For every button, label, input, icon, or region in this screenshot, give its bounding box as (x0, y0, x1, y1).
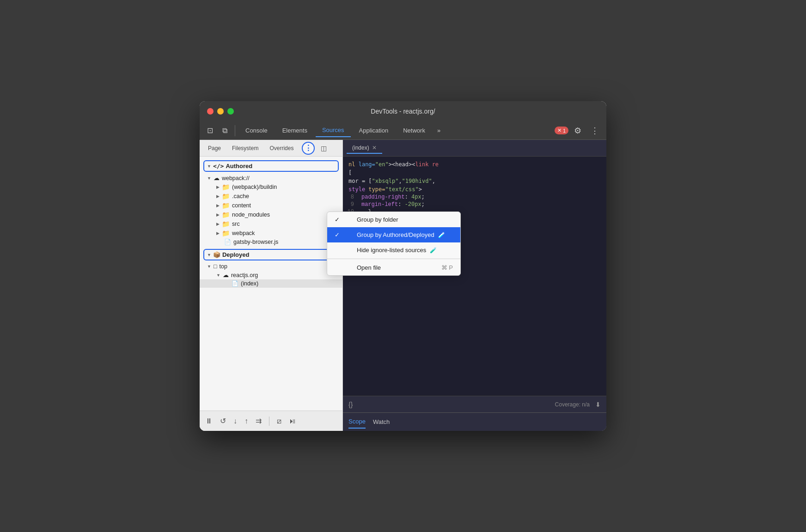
step-into-button[interactable]: ↓ (233, 417, 237, 425)
code-str-css: "text/css" (385, 186, 418, 193)
code-line-9: 9 margin-left: -20px; (343, 201, 606, 208)
top-item[interactable]: ▼ □ top (200, 262, 342, 271)
device-icon[interactable]: ⧉ (219, 125, 231, 137)
content-label: content (232, 202, 251, 209)
webpack-item[interactable]: ▼ ☁ webpack:// (200, 174, 342, 182)
menu-label-group-authored: Group by Authored/Deployed (357, 231, 434, 238)
webpack-folder-item[interactable]: ▶ 📁 webpack (200, 229, 342, 238)
menu-item-hide-ignore[interactable]: Hide ignore-listed sources 🧪 (327, 242, 460, 258)
deployed-label: Deployed (222, 251, 250, 258)
kebab-icon[interactable]: ⋮ (587, 124, 603, 138)
index-item[interactable]: 📄 (index) (200, 279, 342, 288)
cloud-icon-reactjs: ☁ (223, 272, 229, 278)
menu-item-group-by-authored[interactable]: ✓ Group by Authored/Deployed 🧪 (327, 227, 460, 242)
tab-elements[interactable]: Elements (276, 124, 314, 137)
three-dots-menu-button[interactable]: ⋮ (302, 142, 315, 155)
editor-tab-bar: (index) ✕ (343, 140, 606, 157)
src-chevron: ▶ (216, 222, 220, 226)
inspect-icon[interactable]: ⊡ (203, 124, 217, 137)
step-back-button[interactable]: ↺ (220, 417, 226, 425)
line-content-9: margin-left: -20px; (361, 201, 606, 208)
code-attr: nl (348, 161, 359, 168)
step-out-button[interactable]: ↑ (244, 417, 248, 425)
top-label: top (219, 263, 227, 270)
traffic-lights (207, 108, 234, 115)
watch-tab[interactable]: Watch (373, 416, 390, 428)
menu-label-group-folder: Group by folder (357, 216, 398, 223)
toolbar-divider (235, 125, 235, 136)
top-chevron: ▼ (207, 264, 211, 269)
code-kw-style: style (348, 186, 368, 193)
reactjs-label: reactjs.org (231, 272, 258, 278)
tab-sources[interactable]: Sources (316, 124, 351, 137)
sidebar-toggle-button[interactable]: ◫ (318, 142, 330, 154)
pause-button[interactable]: ⏸ (205, 417, 213, 425)
cloud-icon: ☁ (214, 175, 220, 181)
subtab-filesystem[interactable]: Filesystem (227, 143, 263, 153)
reactjs-chevron: ▼ (216, 273, 220, 278)
file-icon-gatsby: 📄 (224, 239, 231, 245)
subtab-overrides[interactable]: Overrides (265, 143, 298, 153)
gear-icon[interactable]: ⚙ (570, 124, 585, 138)
tab-network[interactable]: Network (397, 124, 432, 137)
pause-exceptions-button[interactable]: ⏯ (289, 417, 296, 425)
menu-item-open-file[interactable]: Open file ⌘ P (327, 260, 460, 275)
minimize-button[interactable] (217, 108, 224, 115)
authored-section-header[interactable]: ▼ </> Authored (203, 160, 339, 172)
node-modules-item[interactable]: ▶ 📁 node_modules (200, 210, 342, 219)
content-item[interactable]: ▶ 📁 content (200, 201, 342, 210)
step-over-button[interactable]: ⇉ (256, 417, 262, 425)
gatsby-label: gatsby-browser.js (233, 239, 278, 245)
code-var: mor = [ (348, 178, 372, 184)
authored-emoji: 🧪 (438, 232, 445, 238)
authored-code-icon: </> (213, 163, 224, 169)
tab-console[interactable]: Console (239, 124, 274, 137)
error-badge: ✕ 1 (555, 127, 568, 134)
webpack-folder-chevron: ▶ (216, 231, 220, 236)
sub-tabs-bar: Page Filesystem Overrides » ⋮ ◫ (200, 140, 342, 157)
webpack-buildin-item[interactable]: ▶ 📁 (webpack)/buildin (200, 182, 342, 192)
code-bottom-bar: {} Coverage: n/a ⬇ (343, 396, 606, 412)
code-attr2: lang= (359, 161, 375, 168)
editor-tab-label: (index) (352, 145, 369, 151)
maximize-button[interactable] (227, 108, 234, 115)
tab-application[interactable]: Application (353, 124, 395, 137)
download-icon[interactable]: ⬇ (595, 401, 601, 408)
code-header-line4: style type="text/css"> (343, 185, 606, 193)
code-attr-type: type= (368, 186, 385, 193)
close-button[interactable] (207, 108, 214, 115)
authored-label: Authored (226, 163, 252, 169)
open-file-shortcut: ⌘ P (441, 264, 453, 271)
gatsby-browser-item[interactable]: 📄 gatsby-browser.js (200, 238, 342, 246)
editor-tab-index[interactable]: (index) ✕ (347, 143, 382, 154)
checkmark-group-folder: ✓ (335, 216, 342, 223)
more-tabs-icon[interactable]: » (434, 125, 444, 136)
deployed-chevron: ▼ (207, 253, 211, 257)
deployed-section-header[interactable]: ▼ 📦 Deployed (203, 249, 339, 260)
deactivate-button[interactable]: ⧄ (277, 417, 281, 425)
format-icon[interactable]: {} (348, 401, 353, 408)
code-header-line2: [ (343, 169, 606, 177)
line-content-8: padding-right: 4px; (361, 194, 606, 200)
code-area[interactable]: nl lang="en"><head><link re [ mor = ["xb… (343, 157, 606, 396)
scope-tab[interactable]: Scope (348, 415, 366, 429)
buildin-label: (webpack)/buildin (232, 184, 277, 190)
menu-label-open-file: Open file (357, 264, 381, 271)
webpack-label: webpack:// (222, 175, 250, 181)
cache-item[interactable]: ▶ 📁 .cache (200, 192, 342, 201)
editor-tab-close-icon[interactable]: ✕ (372, 145, 377, 151)
cache-label: .cache (232, 193, 249, 200)
menu-item-group-by-folder[interactable]: ✓ Group by folder (327, 212, 460, 227)
src-item[interactable]: ▶ 📁 src (200, 219, 342, 229)
file-icon-index: 📄 (232, 280, 238, 287)
src-label: src (232, 221, 240, 227)
deployed-cube-icon: 📦 (213, 251, 220, 258)
code-str3: "190hivd" (402, 178, 432, 184)
node-modules-chevron: ▶ (216, 212, 220, 217)
reactjs-item[interactable]: ▼ ☁ reactjs.org (200, 271, 342, 279)
node-modules-label: node_modules (232, 212, 270, 218)
code-tag-close: > (419, 186, 422, 193)
subtab-page[interactable]: Page (203, 143, 226, 153)
coverage-text: Coverage: n/a (555, 401, 590, 408)
folder-icon-cache: 📁 (222, 193, 230, 200)
